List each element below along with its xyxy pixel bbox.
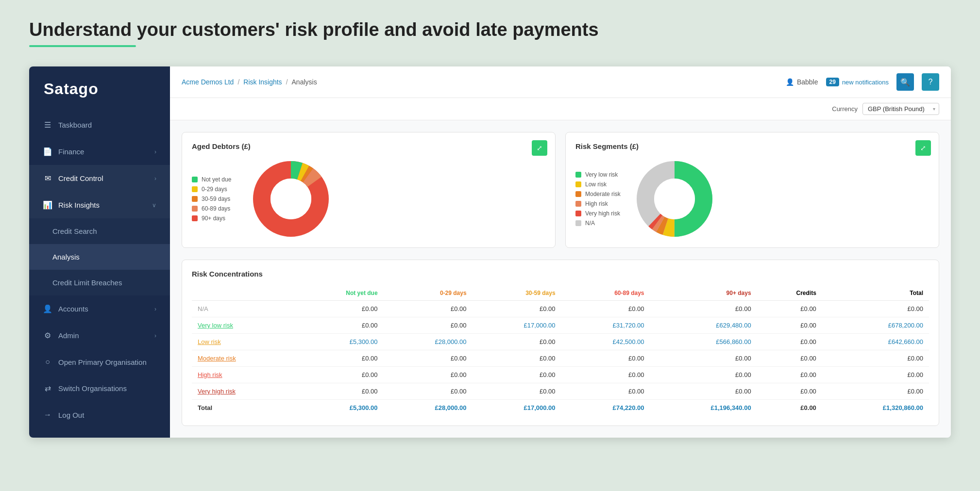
table-cell[interactable]: £0.00 [650, 383, 757, 400]
help-button[interactable]: ? [922, 73, 939, 91]
table-cell[interactable]: £0.00 [757, 334, 822, 350]
table-cell: £0.00 [561, 301, 650, 317]
sidebar-item-switch-orgs[interactable]: ⇄ Switch Organisations [29, 375, 170, 402]
sidebar-item-credit-search[interactable]: Credit Search [29, 218, 170, 244]
table-cell[interactable]: £0.00 [757, 367, 822, 383]
sidebar-item-label: Credit Control [58, 174, 103, 182]
user-icon: 👤 [786, 78, 794, 86]
sidebar-item-label: Risk Insights [58, 201, 100, 209]
legend-item-not-yet-due: Not yet due [192, 176, 240, 183]
sidebar-item-credit-limit-breaches[interactable]: Credit Limit Breaches [29, 270, 170, 295]
header-right: 👤 Babble 29 new notifications 🔍 ? [786, 73, 939, 91]
table-row: High risk£0.00£0.00£0.00£0.00£0.00£0.00£… [192, 367, 929, 383]
risk-concentrations-title: Risk Concentrations [192, 270, 929, 278]
legend-label-low: Low risk [585, 181, 607, 188]
table-cell[interactable]: £31,720.00 [561, 317, 650, 334]
table-cell[interactable]: £0.00 [473, 350, 561, 367]
sidebar-item-admin[interactable]: ⚙ Admin › [29, 322, 170, 349]
table-cell: £1,196,340.00 [650, 400, 757, 416]
table-cell[interactable]: £0.00 [384, 317, 473, 334]
table-cell[interactable]: £0.00 [384, 350, 473, 367]
legend-color-60-89 [192, 206, 198, 212]
breadcrumb-org[interactable]: Acme Demos Ltd [182, 78, 234, 86]
aged-debtors-expand-btn[interactable]: ⤢ [532, 140, 547, 156]
table-cell[interactable]: £0.00 [473, 367, 561, 383]
aged-debtors-card: Aged Debtors (£) ⤢ Not yet due 0-29 [182, 132, 556, 248]
sidebar-item-log-out[interactable]: → Log Out [29, 402, 170, 428]
sidebar-item-risk-insights[interactable]: 📊 Risk Insights ∨ [29, 192, 170, 218]
legend-item-low: Low risk [575, 181, 624, 188]
table-cell[interactable]: £0.00 [757, 383, 822, 400]
table-cell[interactable]: £0.00 [650, 367, 757, 383]
table-cell[interactable]: £566,860.00 [650, 334, 757, 350]
notification-badge[interactable]: 29 new notifications [826, 78, 889, 86]
legend-color-not-yet-due [192, 177, 198, 182]
table-cell[interactable]: £28,000.00 [384, 334, 473, 350]
legend-label-very-high: Very high risk [585, 210, 620, 217]
table-cell[interactable]: £0.00 [384, 367, 473, 383]
table-cell[interactable]: £0.00 [473, 334, 561, 350]
accounts-icon: 👤 [43, 304, 52, 313]
sidebar-item-open-primary-org[interactable]: ○ Open Primary Organisation [29, 349, 170, 375]
sidebar-item-credit-control[interactable]: ✉ Credit Control › [29, 165, 170, 192]
legend-item-na: N/A [575, 220, 624, 227]
sidebar-item-taskboard[interactable]: ☰ Taskboard [29, 112, 170, 138]
sidebar-nav: ☰ Taskboard 📄 Finance › ✉ Credit Control [29, 112, 170, 438]
table-cell[interactable]: £0.00 [294, 367, 384, 383]
aged-debtors-donut [252, 160, 330, 238]
table-cell[interactable]: £0.00 [822, 350, 929, 367]
currency-label: Currency [832, 105, 858, 113]
table-cell[interactable]: £5,300.00 [294, 334, 384, 350]
table-cell[interactable]: £42,500.00 [561, 334, 650, 350]
legend-color-moderate [575, 191, 581, 197]
table-cell[interactable]: £0.00 [822, 367, 929, 383]
table-cell: Very low risk [192, 317, 294, 334]
breadcrumb-sep2: / [286, 78, 288, 86]
legend-item-moderate: Moderate risk [575, 191, 624, 197]
charts-row: Aged Debtors (£) ⤢ Not yet due 0-29 [182, 132, 939, 248]
open-org-icon: ○ [43, 358, 52, 366]
sidebar-item-analysis[interactable]: Analysis [29, 244, 170, 270]
risk-concentrations-table: Not yet due 0-29 days 30-59 days 60-89 d… [192, 286, 929, 416]
table-cell: Very high risk [192, 383, 294, 400]
sidebar-item-finance[interactable]: 📄 Finance › [29, 138, 170, 165]
table-cell[interactable]: £0.00 [294, 350, 384, 367]
table-cell[interactable]: £0.00 [757, 317, 822, 334]
table-cell[interactable]: £0.00 [757, 350, 822, 367]
breadcrumb-section[interactable]: Risk Insights [243, 78, 282, 86]
currency-select[interactable]: GBP (British Pound) [862, 103, 939, 115]
currency-bar: Currency GBP (British Pound) ▾ [170, 98, 951, 120]
risk-segments-expand-btn[interactable]: ⤢ [915, 140, 931, 156]
switch-orgs-icon: ⇄ [43, 384, 52, 393]
table-cell[interactable]: £0.00 [561, 367, 650, 383]
breadcrumb-page: Analysis [292, 78, 317, 86]
table-cell[interactable]: £0.00 [561, 350, 650, 367]
sidebar-item-label: Analysis [52, 253, 80, 261]
table-cell[interactable]: £0.00 [473, 383, 561, 400]
sidebar-item-label: Taskboard [58, 121, 92, 129]
page-headline: Understand your customers' risk profile … [29, 19, 951, 40]
table-cell[interactable]: £0.00 [650, 350, 757, 367]
table-cell[interactable]: £0.00 [561, 383, 650, 400]
table-cell[interactable]: £0.00 [294, 383, 384, 400]
risk-insights-icon: 📊 [43, 200, 52, 210]
table-cell[interactable]: £678,200.00 [822, 317, 929, 334]
sidebar-item-label: Credit Search [52, 227, 97, 235]
legend-label-high: High risk [585, 200, 608, 207]
table-cell[interactable]: £642,660.00 [822, 334, 929, 350]
legend-item-60-89: 60-89 days [192, 205, 240, 212]
sidebar-item-label: Switch Organisations [58, 384, 127, 393]
table-cell[interactable]: £0.00 [822, 383, 929, 400]
legend-label-moderate: Moderate risk [585, 191, 621, 197]
table-cell: £0.00 [757, 301, 822, 317]
table-cell[interactable]: £17,000.00 [473, 317, 561, 334]
aged-debtors-content: Not yet due 0-29 days 30-59 days [192, 160, 545, 238]
search-button[interactable]: 🔍 [896, 73, 914, 91]
sidebar-item-accounts[interactable]: 👤 Accounts › [29, 295, 170, 322]
table-cell: £0.00 [757, 400, 822, 416]
table-cell[interactable]: £0.00 [384, 383, 473, 400]
legend-item-90plus: 90+ days [192, 215, 240, 222]
table-cell[interactable]: £629,480.00 [650, 317, 757, 334]
table-cell[interactable]: £0.00 [294, 317, 384, 334]
sidebar: Satago ☰ Taskboard 📄 Finance › [29, 66, 170, 438]
